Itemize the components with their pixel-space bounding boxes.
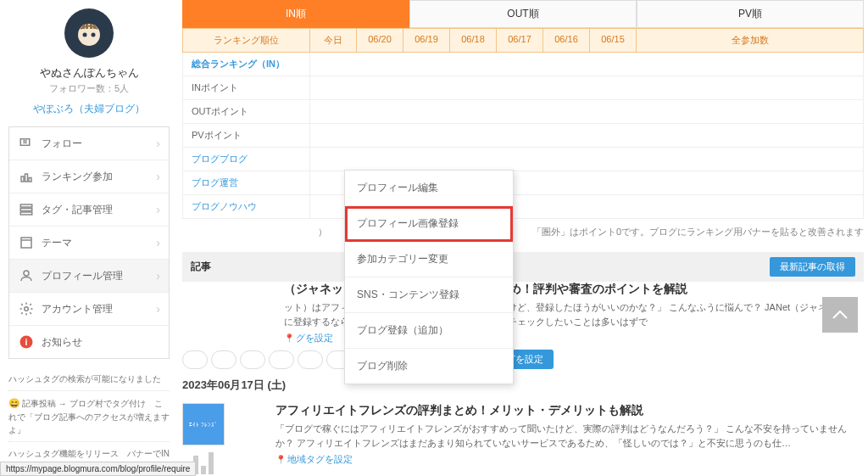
svg-point-16 — [24, 271, 29, 276]
sidebar-item-profile[interactable]: プロフィール管理 › — [9, 260, 169, 293]
tab-out[interactable]: OUT順 — [409, 0, 637, 28]
rank-row: ブログノウハウ — [182, 195, 864, 219]
svg-rect-7 — [93, 25, 96, 29]
svg-point-1 — [78, 24, 100, 46]
blog-link[interactable]: やぽぶろ（夫婦ブログ） — [33, 103, 145, 115]
tag-slot[interactable] — [182, 350, 208, 369]
rank-row-label[interactable]: 総合ランキング（IN） — [183, 53, 310, 76]
sidebar-item-ranking[interactable]: ランキング参加 › — [9, 160, 169, 193]
tag-slot[interactable] — [298, 350, 323, 369]
svg-rect-4 — [82, 25, 85, 29]
rank-tabs: IN順 OUT順 PV順 — [182, 0, 864, 28]
tag-slot[interactable] — [211, 350, 236, 369]
sidebar-item-label: アカウント管理 — [42, 302, 156, 316]
rank-header-date: 06/19 — [403, 29, 450, 52]
submenu-category-change[interactable]: 参加カテゴリー変更 — [345, 242, 513, 277]
rank-note-right: 「圏外」はポイント0です。ブログにランキング用バナーを貼ると改善されます — [532, 226, 864, 238]
tag-slot[interactable] — [240, 350, 265, 369]
follow-icon — [18, 135, 35, 152]
chevron-right-icon: › — [156, 302, 160, 316]
avatar — [64, 8, 114, 58]
emoji-icon: 😄 — [8, 398, 20, 408]
rank-row-label: PVポイント — [183, 124, 310, 147]
rank-header-total: 全参加数 — [637, 29, 863, 52]
profile-submenu: プロフィール編集 プロフィール画像登録 参加カテゴリー変更 SNS・コンテンツ登… — [344, 170, 514, 384]
chevron-right-icon: › — [156, 203, 160, 216]
rank-header-row: ランキング順位 今日 06/20 06/19 06/18 06/17 06/16… — [182, 28, 864, 53]
svg-rect-13 — [20, 209, 32, 211]
sidebar-menu: フォロー › ランキング参加 › タグ・記事管理 › テーマ › プロフィール管… — [8, 126, 170, 359]
rank-row: INポイント — [182, 76, 864, 100]
username: やぬさんぽんちゃん — [8, 65, 170, 81]
rank-header-label: ランキング順位 — [183, 29, 310, 52]
chevron-up-icon — [832, 310, 849, 320]
hashtag-row: # ハッシュタグを設定 — [182, 350, 864, 369]
submenu-blog-add[interactable]: ブログ登録（追加） — [345, 313, 513, 349]
notice-item[interactable]: ハッシュタグの検索が可能になりました — [8, 367, 170, 391]
article-section-header: 記事 最新記事の取得 — [182, 252, 864, 282]
rank-header-date: 06/17 — [497, 29, 543, 52]
svg-point-17 — [25, 307, 29, 311]
date-header: 2023年06月17日 (土) — [182, 378, 864, 393]
follower-count: フォロワー数：5人 — [8, 82, 170, 95]
status-bar-url: https://mypage.blogmura.com/blog/profile… — [0, 462, 196, 476]
article-item: ｴｲﾄ ﾌﾚﾝｽﾞ アフィリエイトフレンズの評判まとめ！メリット・デメリットも解… — [182, 398, 864, 476]
sidebar-item-notice[interactable]: i お知らせ — [9, 326, 169, 358]
sidebar-item-label: プロフィール管理 — [42, 269, 156, 283]
geo-tag-link[interactable]: 地域タグを設定 — [275, 453, 864, 466]
tag-slot[interactable] — [269, 350, 294, 369]
tab-in[interactable]: IN順 — [182, 0, 409, 28]
rank-row-label[interactable]: ブログブログ — [183, 148, 310, 171]
svg-point-3 — [92, 33, 96, 37]
notice-item[interactable]: 😄記事投稿 → ブログ村でタグ付け これで「ブログ記事へのアクセスが増えますよ」 — [8, 391, 170, 442]
svg-rect-5 — [86, 24, 88, 29]
rank-row-label[interactable]: ブログノウハウ — [183, 195, 310, 218]
sidebar-item-label: お知らせ — [42, 335, 160, 350]
sidebar-item-label: ランキング参加 — [42, 170, 156, 184]
scroll-top-button[interactable] — [822, 297, 858, 333]
article-thumbnail[interactable]: ｴｲﾄ ﾌﾚﾝｽﾞ — [182, 403, 225, 445]
rank-header-today: 今日 — [310, 29, 357, 52]
rank-note-left: ） — [182, 226, 327, 238]
gear-icon — [18, 300, 35, 317]
rank-header-date: 06/18 — [450, 29, 497, 52]
rank-row: ブログブログ — [182, 148, 864, 171]
submenu-blog-delete[interactable]: ブログ削除 — [345, 349, 513, 384]
svg-rect-15 — [21, 238, 31, 248]
rank-icon — [18, 168, 35, 185]
sidebar-item-theme[interactable]: テーマ › — [9, 227, 169, 260]
notice-list: ハッシュタグの検索が可能になりました 😄記事投稿 → ブログ村でタグ付け これで… — [8, 367, 170, 476]
sidebar-item-label: テーマ — [42, 236, 156, 250]
tab-pv[interactable]: PV順 — [637, 0, 864, 28]
chevron-right-icon: › — [156, 236, 160, 249]
sidebar-item-tag[interactable]: タグ・記事管理 › — [9, 193, 169, 227]
svg-rect-9 — [21, 176, 24, 182]
rank-row-label[interactable]: ブログ運営 — [183, 171, 310, 194]
article-title[interactable]: アフィリエイトフレンズの評判まとめ！メリット・デメリットも解説 — [275, 403, 864, 418]
tag-icon — [18, 201, 35, 218]
rank-row: 総合ランキング（IN） — [182, 53, 864, 76]
submenu-profile-edit[interactable]: プロフィール編集 — [345, 171, 513, 206]
svg-point-2 — [83, 33, 87, 37]
svg-text:i: i — [25, 337, 28, 347]
chevron-right-icon: › — [156, 269, 160, 283]
article-desc: 「ブログで稼ぐにはアフィリエイトフレンズがおすすめって聞いたけど、実際の評判はど… — [275, 422, 864, 450]
svg-rect-10 — [25, 174, 28, 182]
rank-row: ブログ運営 — [182, 171, 864, 195]
svg-rect-6 — [90, 24, 92, 29]
sidebar-item-follow[interactable]: フォロー › — [9, 127, 169, 160]
chevron-right-icon: › — [156, 170, 160, 183]
info-icon: i — [18, 333, 35, 350]
sidebar-item-account[interactable]: アカウント管理 › — [9, 293, 169, 326]
svg-rect-11 — [29, 178, 31, 182]
svg-rect-14 — [20, 212, 32, 215]
svg-rect-12 — [20, 204, 32, 207]
rank-row: PVポイント — [182, 124, 864, 148]
rank-header-date: 06/15 — [590, 29, 637, 52]
submenu-sns-register[interactable]: SNS・コンテンツ登録 — [345, 277, 513, 313]
latest-articles-button[interactable]: 最新記事の取得 — [770, 257, 855, 277]
rank-header-date: 06/16 — [543, 29, 590, 52]
submenu-profile-image[interactable]: プロフィール画像登録 — [345, 206, 513, 242]
sidebar-item-label: タグ・記事管理 — [42, 203, 156, 217]
chevron-right-icon: › — [156, 137, 160, 150]
